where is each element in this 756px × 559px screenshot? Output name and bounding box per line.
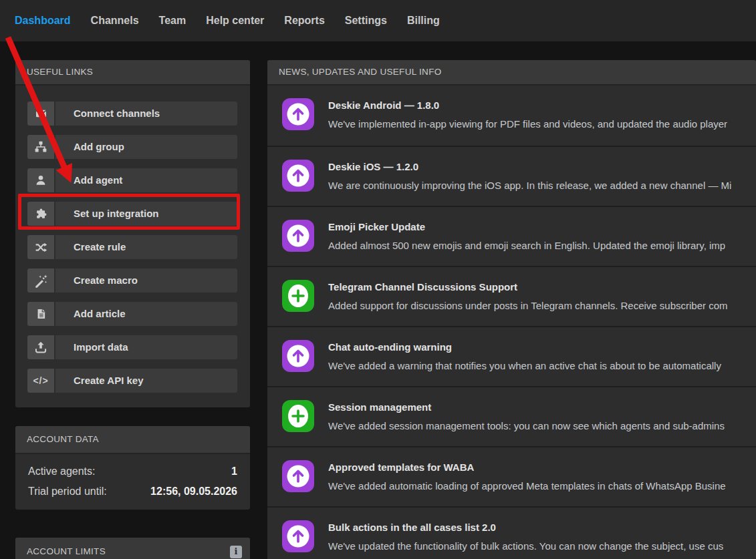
sitemap-icon xyxy=(27,135,55,159)
account-data-label: Trial period until: xyxy=(28,486,107,498)
news-item-description: We've added a warning that notifies you … xyxy=(328,360,721,371)
account-data-body: Active agents: 1 Trial period until: 12:… xyxy=(15,454,250,510)
news-header: NEWS, UPDATES AND USEFUL INFO xyxy=(267,60,756,85)
sidebar-button-create-api-key[interactable]: </> Create API key xyxy=(27,369,237,393)
document-icon xyxy=(27,302,55,326)
news-item-description: We've added session management tools: yo… xyxy=(328,420,725,431)
sidebar-button-label: Add agent xyxy=(55,168,237,192)
useful-links-title: USEFUL LINKS xyxy=(27,60,93,85)
sidebar-button-label: Create macro xyxy=(55,268,237,293)
person-icon xyxy=(27,168,55,192)
nav-item-help-center[interactable]: Help center xyxy=(206,15,264,27)
magic-wand-icon xyxy=(27,268,55,293)
sidebar-button-add-article[interactable]: Add article xyxy=(27,302,237,326)
news-item-title: Approved templates for WABA xyxy=(328,461,726,473)
news-item[interactable]: Telegram Channel Discussions Support Add… xyxy=(267,266,756,326)
account-data-header: ACCOUNT DATA xyxy=(15,426,250,454)
news-item-description: We've added automatic loading of approve… xyxy=(328,480,726,492)
update-arrow-icon xyxy=(282,220,314,252)
envelope-icon xyxy=(27,102,55,126)
useful-links-header: USEFUL LINKS xyxy=(15,60,250,85)
sidebar-button-label: Add group xyxy=(55,135,237,159)
account-limits-panel: ACCOUNT LIMITS i xyxy=(15,538,250,559)
useful-links-panel: USEFUL LINKS Connect channels Add group … xyxy=(15,60,250,407)
news-item-title: Telegram Channel Discussions Support xyxy=(328,281,728,293)
news-title: NEWS, UPDATES AND USEFUL INFO xyxy=(279,60,441,85)
info-icon[interactable]: i xyxy=(230,546,242,558)
news-item[interactable]: Deskie iOS — 1.2.0 We are continuously i… xyxy=(267,146,756,206)
news-item[interactable]: Bulk actions in the all cases list 2.0 W… xyxy=(267,506,756,559)
news-item-title: Session management xyxy=(328,401,725,413)
plus-icon xyxy=(282,280,314,312)
news-item[interactable]: Emoji Picker Update Added almost 500 new… xyxy=(267,206,756,266)
code-icon: </> xyxy=(27,369,55,393)
account-data-row: Active agents: 1 xyxy=(28,465,237,478)
news-item-title: Deskie Android — 1.8.0 xyxy=(328,100,727,111)
plus-icon xyxy=(282,400,314,432)
sidebar-button-label: Set up integration xyxy=(55,202,237,226)
news-item-description: Added support for discussions under post… xyxy=(328,300,728,311)
shuffle-icon xyxy=(27,235,55,259)
account-data-value: 1 xyxy=(231,465,237,478)
news-panel: NEWS, UPDATES AND USEFUL INFO Deskie And… xyxy=(267,60,756,559)
news-item-title: Deskie iOS — 1.2.0 xyxy=(328,161,731,172)
nav-item-settings[interactable]: Settings xyxy=(345,15,387,27)
sidebar-button-create-rule[interactable]: Create rule xyxy=(27,235,237,259)
useful-links-list: Connect channels Add group Add agent Set… xyxy=(15,85,250,407)
news-item[interactable]: Session management We've added session m… xyxy=(267,386,756,446)
news-item[interactable]: Chat auto-ending warning We've added a w… xyxy=(267,326,756,386)
sidebar-button-connect-channels[interactable]: Connect channels xyxy=(27,102,237,126)
top-navigation: DashboardChannelsTeamHelp centerReportsS… xyxy=(0,0,756,41)
news-item-description: We are continuously improving the iOS ap… xyxy=(328,180,731,191)
update-arrow-icon xyxy=(282,160,314,192)
sidebar-button-add-agent[interactable]: Add agent xyxy=(27,168,237,192)
update-arrow-icon xyxy=(282,460,314,492)
nav-item-reports[interactable]: Reports xyxy=(284,15,324,27)
sidebar-button-label: Add article xyxy=(55,302,237,326)
news-item[interactable]: Approved templates for WABA We've added … xyxy=(267,446,756,506)
account-limits-title: ACCOUNT LIMITS xyxy=(27,538,106,559)
account-data-panel: ACCOUNT DATA Active agents: 1 Trial peri… xyxy=(15,426,250,510)
nav-item-dashboard[interactable]: Dashboard xyxy=(15,15,71,27)
upload-icon xyxy=(27,335,55,359)
account-data-title: ACCOUNT DATA xyxy=(27,426,99,453)
news-item-description: We've implemented in-app viewing for PDF… xyxy=(328,118,727,130)
puzzle-icon xyxy=(27,202,55,226)
update-arrow-icon xyxy=(282,98,314,130)
news-list: Deskie Android — 1.8.0 We've implemented… xyxy=(267,85,756,559)
news-item[interactable]: Deskie Android — 1.8.0 We've implemented… xyxy=(267,85,756,146)
nav-item-channels[interactable]: Channels xyxy=(91,15,139,27)
account-data-label: Active agents: xyxy=(28,465,96,478)
sidebar-button-label: Connect channels xyxy=(55,102,237,126)
nav-item-team[interactable]: Team xyxy=(159,15,186,27)
update-arrow-icon xyxy=(282,520,314,552)
news-item-description: We've updated the functionality of bulk … xyxy=(328,540,723,552)
sidebar-button-label: Create API key xyxy=(55,369,237,393)
account-data-row: Trial period until: 12:56, 09.05.2026 xyxy=(28,486,237,498)
news-item-title: Emoji Picker Update xyxy=(328,221,725,232)
news-item-description: Added almost 500 new emojis and emoji se… xyxy=(328,240,725,251)
account-limits-header: ACCOUNT LIMITS i xyxy=(15,538,250,559)
news-item-title: Bulk actions in the all cases list 2.0 xyxy=(328,522,723,533)
news-item-title: Chat auto-ending warning xyxy=(328,341,721,353)
sidebar-button-create-macro[interactable]: Create macro xyxy=(27,268,237,293)
sidebar-button-label: Import data xyxy=(55,335,237,359)
update-arrow-icon xyxy=(282,340,314,372)
sidebar-button-set-up-integration[interactable]: Set up integration xyxy=(27,202,237,226)
nav-item-billing[interactable]: Billing xyxy=(407,15,440,27)
sidebar-button-add-group[interactable]: Add group xyxy=(27,135,237,159)
account-data-value: 12:56, 09.05.2026 xyxy=(150,486,237,498)
sidebar-button-import-data[interactable]: Import data xyxy=(27,335,237,359)
sidebar-button-label: Create rule xyxy=(55,235,237,259)
